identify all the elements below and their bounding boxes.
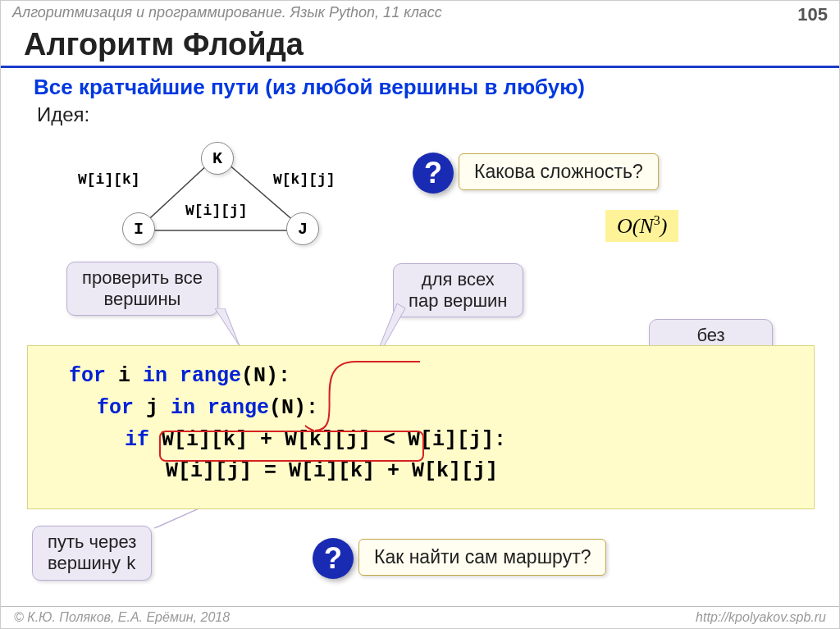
complexity-exponent: 3 — [654, 213, 660, 227]
code-block: for i in range(N): for j in range(N): if… — [27, 345, 815, 509]
question-mark-icon: ? — [413, 153, 454, 194]
code-line-4: W[i][j] = W[i][k] + W[k][j] — [69, 456, 806, 488]
complexity-answer: O(N3) — [605, 210, 678, 242]
callout-pairs-line2: пар вершин — [409, 290, 508, 312]
callout-via-k: путь через вершину k — [32, 526, 152, 581]
node-i: I — [122, 212, 155, 245]
code-line-2: for j in range(N): — [69, 393, 806, 425]
slide-footer: © К.Ю. Поляков, Е.А. Ерёмин, 2018 http:/… — [1, 606, 839, 628]
callout-pairs-line1: для всех — [409, 269, 508, 290]
edge-kj-label: W[k][j] — [273, 171, 336, 188]
course-title: Алгоритмизация и программирование. Язык … — [12, 4, 442, 21]
page-number: 105 — [797, 4, 828, 25]
callout-without-k-line1: без — [664, 325, 757, 346]
callout-via-k-line2: вершину k — [48, 553, 136, 575]
callout-check-all: проверить все вершины — [66, 262, 218, 316]
footer-url: http://kpolyakov.spb.ru — [696, 610, 826, 625]
node-k: K — [201, 142, 234, 175]
callout-all-pairs: для всех пар вершин — [393, 263, 523, 317]
edge-ij-label: W[i][j] — [185, 203, 248, 219]
complexity-prefix: O(N — [617, 214, 654, 238]
question-route: Как найти сам маршрут? — [358, 539, 606, 576]
callout-check-all-line2: вершины — [82, 289, 203, 310]
callout-via-k-line1: путь через — [48, 531, 136, 553]
callout-tail-icon — [215, 308, 248, 349]
question-complexity: Какова сложность? — [459, 153, 659, 190]
slide-header: Алгоритмизация и программирование. Язык … — [1, 1, 839, 27]
callout-check-all-line1: проверить все — [82, 267, 203, 289]
idea-label: Идея: — [1, 103, 839, 126]
code-line-3: if W[i][k] + W[k][j] < W[i][j]: — [69, 425, 806, 457]
question-mark-icon: ? — [313, 538, 354, 579]
edge-ik-label: W[i][k] — [78, 171, 140, 188]
slide-subtitle: Все кратчайшие пути (из любой вершины в … — [1, 68, 839, 103]
slide-title: Алгоритм Флойда — [1, 27, 839, 66]
node-j: J — [286, 212, 319, 245]
graph-diagram: K I J W[i][k] W[k][j] W[i][j] — [83, 140, 362, 247]
code-line-1: for i in range(N): — [69, 361, 806, 393]
complexity-suffix: ) — [660, 214, 668, 238]
footer-authors: © К.Ю. Поляков, Е.А. Ерёмин, 2018 — [14, 610, 230, 625]
svg-marker-3 — [215, 308, 240, 346]
